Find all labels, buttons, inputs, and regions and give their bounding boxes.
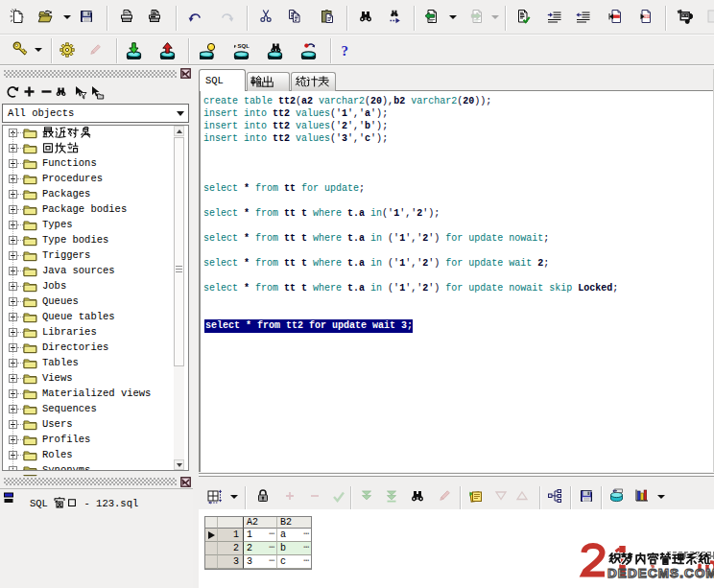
svg-text:?: ? [342, 43, 349, 59]
svg-text:SQL: SQL [238, 43, 250, 49]
